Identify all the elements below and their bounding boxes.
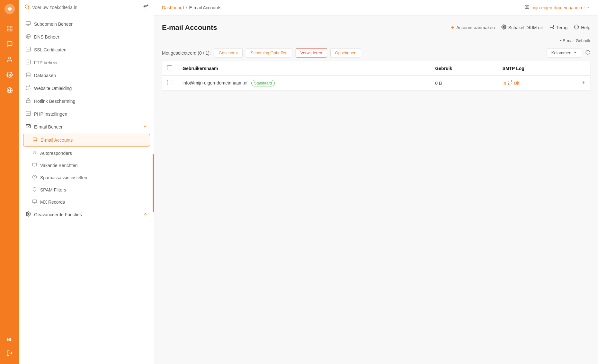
section-geavanceerde-functies[interactable]: Geavanceerde Functies — [19, 208, 154, 221]
table-controls: Met geselecteerd (0 / 1): Geschorst Scho… — [162, 48, 590, 58]
opschonen-button[interactable]: Opschonen — [330, 48, 361, 58]
sidebar-item-vakantie-berichten[interactable]: Vakantie Berichten — [19, 159, 154, 172]
svg-rect-37 — [32, 200, 37, 203]
icon-bar: NL — [0, 0, 19, 364]
schakel-dkim-button[interactable]: Schakel DKIM uit — [501, 24, 543, 31]
sidebar-item-label: SSL Certificaten — [34, 47, 147, 52]
globe-icon — [524, 4, 530, 11]
search-input[interactable] — [32, 5, 140, 10]
breadcrumb-dashboard[interactable]: Dashboard — [162, 5, 184, 10]
svg-rect-2 — [7, 26, 9, 28]
svg-point-31 — [34, 151, 35, 153]
help-button[interactable]: Help — [574, 24, 590, 31]
add-row-button[interactable]: + — [582, 80, 585, 86]
smtp-uit-link[interactable]: Uit — [514, 81, 519, 86]
globe-icon — [26, 34, 31, 40]
search-icon — [24, 4, 30, 11]
schorsing-opheffen-button[interactable]: Schorsing Opheffen — [246, 48, 292, 58]
sidebar-item-spamassassin[interactable]: Spamassassin instellen — [19, 172, 154, 184]
row-add-cell: + — [576, 75, 590, 91]
sidebar-item-label: Website Omleiding — [34, 86, 147, 91]
smtp-in-link[interactable]: In — [503, 81, 506, 86]
section-label: Geavanceerde Functies — [34, 212, 82, 217]
svg-point-39 — [28, 213, 29, 215]
sidebar-item-subdomein-beheer[interactable]: Subdomein Beheer — [19, 18, 154, 31]
sidebar-item-dns-beheer[interactable]: DNS Beheer — [19, 31, 154, 43]
sidebar-item-mx-records[interactable]: MX Records — [19, 196, 154, 208]
mail-icon — [26, 124, 31, 130]
language-badge[interactable]: NL — [5, 336, 14, 344]
sidebar-item-ssl-certificaten[interactable]: SSL SSL Certificaten — [19, 43, 154, 56]
sidebar-item-databasen[interactable]: Databasen — [19, 69, 154, 82]
domain-selector[interactable]: mijn-eigen-domeinnaam.nl — [524, 4, 590, 11]
sidebar-item-spam-filters[interactable]: SPAM Filters — [19, 184, 154, 196]
search-bar — [19, 0, 154, 15]
vacation-icon — [32, 163, 37, 168]
sidebar-item-label: PHP Instellingen — [34, 111, 147, 117]
sidebar-item-email-accounts[interactable]: E-mail Accounts — [23, 134, 150, 146]
select-all-header[interactable] — [162, 61, 177, 75]
row-checkbox[interactable] — [167, 80, 172, 85]
svg-point-17 — [144, 6, 145, 7]
domain-name: mijn-eigen-domeinnaam.nl — [531, 5, 585, 10]
page-title: E-mail Accounts — [162, 23, 217, 32]
columns-button[interactable]: Kolommen — [547, 48, 582, 58]
nav-icon-globe[interactable] — [3, 84, 16, 97]
back-button[interactable]: Terug — [549, 24, 567, 31]
col-smtp-log: SMTP Log — [497, 61, 577, 75]
col-actions — [576, 61, 590, 75]
svg-point-1 — [8, 8, 11, 11]
refresh-button[interactable] — [585, 50, 590, 56]
back-icon — [549, 24, 554, 31]
page-header: E-mail Accounts + Account aanmaken — [162, 23, 590, 32]
sidebar-item-label: Databasen — [34, 73, 147, 78]
sidebar-item-hotlink-bescherming[interactable]: Hotlink Bescherming — [19, 95, 154, 108]
advanced-icon — [26, 211, 31, 218]
select-all-checkbox[interactable] — [167, 65, 172, 70]
breadcrumb-bar: Dashboard / E-mail Accounts mijn-eigen-d… — [154, 0, 598, 16]
spam-settings-icon — [32, 175, 37, 181]
svg-point-11 — [25, 5, 29, 8]
svg-point-7 — [9, 74, 11, 76]
sidebar-item-autoresponders[interactable]: Autoresponders — [19, 147, 154, 159]
accounts-icon — [32, 137, 37, 143]
ssl-icon: SSL — [26, 47, 31, 53]
sidebar-item-php-instellingen[interactable]: PHP PHP Instellingen — [19, 108, 154, 120]
email-usage-note: • E-mail Gebruik — [162, 38, 590, 43]
nav-icon-logout[interactable] — [3, 347, 16, 360]
help-icon — [574, 24, 579, 31]
lock-icon — [26, 98, 31, 104]
gear-icon — [501, 24, 506, 31]
svg-rect-28 — [26, 100, 30, 102]
svg-rect-4 — [7, 29, 9, 31]
header-actions: + Account aanmaken Schakel DKIM uit — [451, 24, 590, 31]
autoresponders-icon — [32, 150, 37, 156]
svg-text:FTP: FTP — [27, 62, 30, 63]
right-controls: Kolommen — [547, 48, 590, 58]
nav-icon-grid[interactable] — [3, 22, 16, 35]
nav-icon-user[interactable] — [3, 53, 16, 66]
section-email-beheer[interactable]: E-mail Beheer — [19, 120, 154, 133]
nav-icon-settings[interactable] — [3, 68, 16, 81]
geschorst-button[interactable]: Geschorst — [214, 48, 243, 58]
sidebar-item-ftp-beheer[interactable]: FTP FTP beheer — [19, 56, 154, 69]
filter-icon[interactable] — [143, 4, 149, 11]
email-accounts-table: Gebruikersnaam Gebruik SMTP Log — [162, 61, 590, 91]
sidebar-item-label: DNS Beheer — [34, 34, 147, 40]
svg-text:SSL: SSL — [27, 49, 30, 50]
logo — [4, 3, 15, 16]
svg-point-42 — [503, 26, 504, 28]
email-sub-items: E-mail Accounts Autoresponders — [19, 134, 154, 208]
nav-icon-chat[interactable] — [3, 38, 16, 50]
sidebar-item-label: Hotlink Bescherming — [34, 99, 147, 104]
create-account-button[interactable]: + Account aanmaken — [451, 24, 495, 31]
sidebar-item-label: FTP beheer — [34, 60, 147, 65]
php-icon: PHP — [26, 111, 31, 117]
smtp-arrows-icon — [507, 80, 513, 86]
svg-line-12 — [28, 8, 29, 9]
row-checkbox-cell[interactable] — [162, 75, 177, 91]
database-icon — [26, 72, 31, 79]
verwijderen-button[interactable]: Verwijderen — [296, 48, 327, 58]
spam-filter-icon — [32, 187, 37, 193]
sidebar-item-website-omleiding[interactable]: Website Omleiding — [19, 82, 154, 95]
